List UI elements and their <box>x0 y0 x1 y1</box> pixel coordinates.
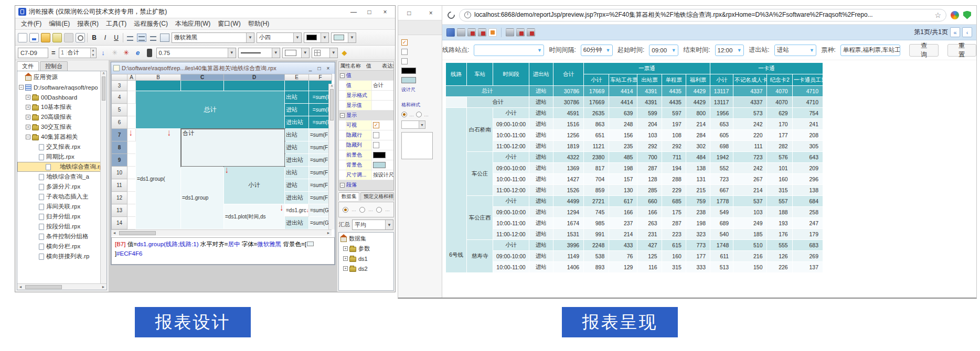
print-preview-icon[interactable] <box>76 33 85 42</box>
design-cell[interactable]: 出站 <box>285 167 309 179</box>
style-brush-icon[interactable]: ◆ <box>340 49 349 57</box>
design-cell[interactable]: 总计 <box>136 91 285 129</box>
new-file-icon[interactable] <box>18 33 27 42</box>
close-button[interactable]: × <box>377 8 393 16</box>
expander-icon[interactable]: + <box>343 256 348 261</box>
fill-color-select[interactable]: ▼ <box>331 32 356 43</box>
reset-button[interactable]: 重置 <box>947 44 976 57</box>
property-row[interactable]: 背景色 <box>339 160 393 170</box>
color-swatch[interactable] <box>373 162 386 168</box>
expander-icon[interactable]: + <box>26 105 30 109</box>
design-cell[interactable]: 合计 <box>181 129 285 167</box>
tree-item[interactable]: 库间关联.rpx <box>17 202 106 212</box>
menu-item-1[interactable]: 编辑(E) <box>45 18 73 29</box>
row-header-11[interactable]: 11 <box>112 179 127 192</box>
row-header-10[interactable]: 10 <box>112 167 127 179</box>
cell-reference-box[interactable]: C7-D9 <box>18 48 48 58</box>
param-select-4[interactable]: 进站▼ <box>774 45 817 56</box>
tree-item[interactable]: +30交互报表 <box>17 122 106 132</box>
collapse-icon[interactable]: − <box>340 113 345 118</box>
tab-predefined-styles[interactable]: 预定义格和样式 <box>360 192 394 201</box>
print-page-icon[interactable] <box>506 28 514 37</box>
design-cell[interactable] <box>224 81 285 91</box>
design-cell[interactable] <box>127 141 136 154</box>
design-cell[interactable]: 出站 <box>285 91 309 104</box>
doc-minimize-button[interactable]: _ <box>306 65 315 71</box>
border-color-select[interactable]: ▼ <box>282 48 310 58</box>
tab-dataset[interactable]: 数据集 <box>338 192 359 201</box>
property-row[interactable]: −显示 <box>339 111 393 120</box>
radio-option-1[interactable] <box>343 207 348 213</box>
property-row[interactable]: 隐藏行 <box>339 130 393 140</box>
tree-item[interactable]: 多源分片.rpx <box>17 182 106 192</box>
param-select-2[interactable]: 09:00▼ <box>649 45 678 56</box>
tree-item[interactable]: 条件控制分组格 <box>17 232 106 242</box>
export-excel-icon[interactable] <box>488 28 497 37</box>
param-select-3[interactable]: 12:00▼ <box>715 45 744 56</box>
tree-item[interactable]: 应用资源 <box>17 72 106 82</box>
font-name-select[interactable]: 微软雅黑▼ <box>172 32 254 43</box>
row-header-3[interactable]: 3 <box>112 81 127 91</box>
column-header-B[interactable]: B <box>136 74 181 81</box>
property-row[interactable]: −值 <box>339 71 393 81</box>
zoom-select[interactable]: 0.75▼ <box>156 48 236 58</box>
tree-vertical-scrollbar[interactable]: ∧ <box>100 71 106 283</box>
property-row[interactable]: 尺寸调...按设计尺寸 <box>339 170 393 180</box>
mobile-preview-icon[interactable] <box>147 49 152 57</box>
radio-option-3[interactable] <box>376 207 382 213</box>
param-select-5[interactable]: 单程票,福利票,车站工▼ <box>840 45 901 56</box>
expander-icon[interactable]: + <box>26 115 30 119</box>
bold-button[interactable]: B <box>90 34 99 41</box>
menu-item-0[interactable]: 文件(F) <box>17 18 45 29</box>
tab-console[interactable]: 控制台 <box>40 61 68 71</box>
menu-item-7[interactable]: 帮助(H) <box>244 18 273 29</box>
tree-item[interactable]: 按段分组.rpx <box>17 222 106 232</box>
summary-select[interactable]: 平均▼ <box>352 220 393 230</box>
align-center-icon[interactable] <box>137 34 146 42</box>
expander-icon[interactable]: − <box>19 85 24 90</box>
tree-item[interactable]: 交叉报表.rpx <box>17 142 106 152</box>
row-header-8[interactable]: 8 <box>112 141 127 154</box>
bookmark-star-icon[interactable]: ☆ <box>934 11 941 19</box>
border-select[interactable]: ▼ <box>312 48 338 58</box>
prev-page-button[interactable]: ‹ <box>962 27 972 37</box>
sheet-vertical-scrollbar[interactable]: ∧ <box>328 84 335 229</box>
menu-item-5[interactable]: 本地应用(W) <box>172 18 214 29</box>
expander-icon[interactable]: − <box>26 135 30 139</box>
spinner-buttons[interactable]: ▲▼ <box>90 48 96 58</box>
menu-item-6[interactable]: 窗口(W) <box>214 18 244 29</box>
design-cell[interactable] <box>127 192 136 204</box>
design-cell[interactable]: =ds1.group <box>181 167 224 229</box>
design-cell[interactable]: 进出站 <box>285 217 309 229</box>
design-cell[interactable] <box>127 116 136 129</box>
extension-icon[interactable] <box>951 11 959 19</box>
tree-item[interactable]: 横向分栏.rpx <box>17 242 106 251</box>
design-cell[interactable] <box>127 179 136 192</box>
print-icon[interactable] <box>457 28 465 37</box>
row-header-12[interactable]: 12 <box>112 192 127 204</box>
tree-item[interactable]: 同期比.rpx <box>17 152 106 162</box>
line-style-select[interactable]: ▼ <box>238 48 280 58</box>
tree-item[interactable]: +10基本报表 <box>17 102 106 112</box>
design-cell[interactable]: 进站 <box>285 179 309 192</box>
insert-row-down-icon[interactable]: ↓ <box>99 49 108 57</box>
design-cell[interactable]: =ds1.grc↓ <box>285 204 309 217</box>
design-cell[interactable]: =ds1.group(↓ <box>136 129 181 229</box>
maximize-button[interactable]: □ <box>361 8 377 16</box>
info-icon[interactable] <box>464 12 471 18</box>
checkbox-checked[interactable]: ✓ <box>373 122 379 128</box>
design-cell[interactable]: ↓ <box>127 129 136 141</box>
design-cell[interactable] <box>127 217 136 229</box>
tree-horizontal-scrollbar[interactable]: ◄► <box>17 283 106 290</box>
expander-icon[interactable]: + <box>343 246 348 251</box>
sheet-horizontal-scrollbar[interactable]: ◄► <box>111 229 332 236</box>
menu-item-4[interactable]: 远程服务(C) <box>130 18 172 29</box>
debug-icon[interactable]: ✳ <box>122 49 131 57</box>
tab-file[interactable]: 文件 <box>17 61 39 71</box>
merge-cells-icon[interactable] <box>160 34 169 42</box>
export-word-icon[interactable] <box>516 28 525 37</box>
radio-option-2[interactable] <box>359 207 365 213</box>
doc-restore-button[interactable]: □ <box>315 65 324 71</box>
menu-item-2[interactable]: 报表(R) <box>73 18 102 29</box>
align-left-icon[interactable] <box>125 34 135 42</box>
